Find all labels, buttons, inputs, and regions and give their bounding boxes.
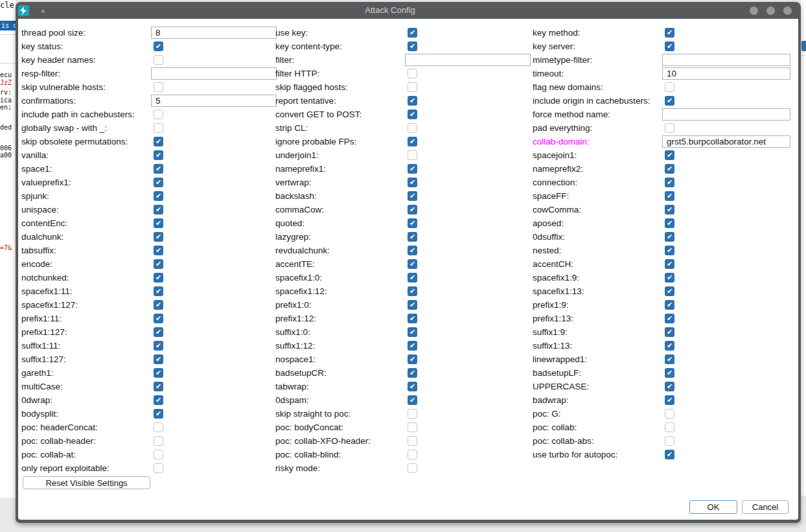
checkbox-only-report-exploitable[interactable] bbox=[154, 463, 163, 473]
checkbox-skip-vulnerable-hosts[interactable] bbox=[154, 82, 163, 92]
checkbox-poc-collab-header[interactable] bbox=[154, 436, 163, 446]
checkbox-gareth1[interactable] bbox=[154, 368, 163, 378]
checkbox-badsetupcr[interactable] bbox=[408, 368, 417, 378]
checkbox-prefix1-127[interactable] bbox=[154, 327, 163, 337]
checkbox-use-key[interactable] bbox=[408, 28, 417, 38]
input-collab-domain[interactable] bbox=[662, 135, 790, 148]
checkbox-key-server[interactable] bbox=[665, 41, 674, 51]
checkbox-encode[interactable] bbox=[154, 259, 163, 269]
maximize-button[interactable] bbox=[766, 6, 775, 15]
checkbox-strip-cl[interactable] bbox=[408, 123, 417, 133]
checkbox-spacefix1-13[interactable] bbox=[665, 286, 674, 296]
checkbox-commacow[interactable] bbox=[408, 205, 417, 214]
checkbox-accentte[interactable] bbox=[408, 259, 417, 269]
checkbox-risky-mode[interactable] bbox=[408, 463, 417, 473]
checkbox-include-path-in-cachebusters[interactable] bbox=[154, 110, 163, 119]
checkbox-suffix1-127[interactable] bbox=[154, 354, 163, 364]
checkbox-dualchunk[interactable] bbox=[154, 232, 163, 242]
checkbox-report-tentative[interactable] bbox=[408, 96, 417, 106]
checkbox-spjunk[interactable] bbox=[154, 191, 163, 201]
input-confirmations[interactable] bbox=[151, 95, 277, 107]
checkbox-nospace1[interactable] bbox=[408, 354, 417, 364]
checkbox-prefix1-9[interactable] bbox=[665, 300, 674, 310]
checkbox-bodysplit[interactable] bbox=[154, 409, 163, 419]
reset-visible-settings-button[interactable]: Reset Visible Settings bbox=[23, 476, 150, 489]
checkbox-skip-straight-to-poc[interactable] bbox=[408, 409, 417, 419]
checkbox-spacefix1-12[interactable] bbox=[408, 286, 417, 296]
checkbox-aposed[interactable] bbox=[665, 218, 674, 228]
input-resp-filter[interactable] bbox=[151, 67, 277, 80]
checkbox-spacefix1-11[interactable] bbox=[154, 286, 163, 296]
input-filter[interactable] bbox=[405, 54, 531, 66]
checkbox-convert-get-to-post[interactable] bbox=[408, 110, 417, 119]
titlebar[interactable]: Attack Config bbox=[16, 2, 801, 19]
checkbox-badwrap[interactable] bbox=[665, 395, 674, 405]
checkbox-suffix1-9[interactable] bbox=[665, 327, 674, 337]
checkbox-lazygrep[interactable] bbox=[408, 232, 417, 242]
checkbox-prefix1-11[interactable] bbox=[154, 314, 163, 323]
input-timeout[interactable] bbox=[662, 67, 790, 80]
checkbox-badsetuplf[interactable] bbox=[665, 368, 674, 378]
checkbox-linewrapped1[interactable] bbox=[665, 354, 674, 364]
checkbox-poc-headerconcat[interactable] bbox=[154, 422, 163, 432]
checkbox-include-origin-in-cachebusters[interactable] bbox=[665, 96, 674, 106]
checkbox-key-method[interactable] bbox=[665, 28, 674, 38]
minimize-button[interactable] bbox=[750, 6, 758, 15]
checkbox-globally-swap-with[interactable] bbox=[154, 123, 163, 133]
checkbox-prefix1-13[interactable] bbox=[665, 314, 674, 323]
checkbox-0dspam[interactable] bbox=[408, 395, 417, 405]
ok-button[interactable]: OK bbox=[689, 500, 737, 514]
checkbox-use-turbo-for-autopoc[interactable] bbox=[665, 450, 674, 459]
input-mimetype-filter[interactable] bbox=[662, 54, 790, 66]
checkbox-key-header-names[interactable] bbox=[154, 55, 163, 65]
checkbox-0dsuffix[interactable] bbox=[665, 232, 674, 242]
checkbox-notchunked[interactable] bbox=[154, 273, 163, 283]
checkbox-poc-collab-abs[interactable] bbox=[665, 436, 674, 446]
checkbox-0dwrap[interactable] bbox=[154, 395, 163, 405]
checkbox-spacefix1-0[interactable] bbox=[408, 273, 417, 283]
checkbox-quoted[interactable] bbox=[408, 218, 417, 228]
checkbox-ignore-probable-fps[interactable] bbox=[408, 137, 417, 146]
checkbox-nameprefix2[interactable] bbox=[665, 164, 674, 174]
checkbox-poc-collab-blind[interactable] bbox=[408, 450, 417, 459]
checkbox-vertwrap[interactable] bbox=[408, 178, 417, 187]
checkbox-contentenc[interactable] bbox=[154, 218, 163, 228]
checkbox-suffix1-0[interactable] bbox=[408, 327, 417, 337]
checkbox-key-content-type[interactable] bbox=[408, 41, 417, 51]
checkbox-nested[interactable] bbox=[665, 246, 674, 255]
checkbox-skip-flagged-hosts[interactable] bbox=[408, 82, 417, 92]
checkbox-suffix1-13[interactable] bbox=[665, 341, 674, 351]
checkbox-skip-obsolete-permutations[interactable] bbox=[154, 137, 163, 146]
checkbox-poc-collab[interactable] bbox=[665, 422, 674, 432]
checkbox-spacefix1-127[interactable] bbox=[154, 300, 163, 310]
checkbox-spacefix1-9[interactable] bbox=[665, 273, 674, 283]
input-force-method-name[interactable] bbox=[662, 108, 790, 121]
checkbox-prefix1-12[interactable] bbox=[408, 314, 417, 323]
checkbox-nameprefix1[interactable] bbox=[408, 164, 417, 174]
checkbox-poc-bodyconcat[interactable] bbox=[408, 422, 417, 432]
checkbox-flag-new-domains[interactable] bbox=[665, 82, 674, 92]
checkbox-space1[interactable] bbox=[154, 164, 163, 174]
checkbox-tabwrap[interactable] bbox=[408, 382, 417, 391]
checkbox-valueprefix1[interactable] bbox=[154, 178, 163, 187]
checkbox-connection[interactable] bbox=[665, 178, 674, 187]
checkbox-suffix1-12[interactable] bbox=[408, 341, 417, 351]
checkbox-unispace[interactable] bbox=[154, 205, 163, 214]
checkbox-poc-g[interactable] bbox=[665, 409, 674, 419]
checkbox-poc-collab-at[interactable] bbox=[154, 450, 163, 459]
checkbox-revdualchunk[interactable] bbox=[408, 246, 417, 255]
checkbox-key-status[interactable] bbox=[154, 41, 163, 51]
checkbox-tabsuffix[interactable] bbox=[154, 246, 163, 255]
checkbox-pad-everything[interactable] bbox=[665, 123, 674, 133]
checkbox-backslash[interactable] bbox=[408, 191, 417, 201]
checkbox-filter-http[interactable] bbox=[408, 69, 417, 78]
checkbox-cowcomma[interactable] bbox=[665, 205, 674, 214]
close-button[interactable] bbox=[783, 6, 792, 15]
checkbox-spacejoin1[interactable] bbox=[665, 150, 674, 160]
checkbox-uppercase[interactable] bbox=[665, 382, 674, 391]
checkbox-spaceff[interactable] bbox=[665, 191, 674, 201]
checkbox-poc-collab-xfo-header[interactable] bbox=[408, 436, 417, 446]
checkbox-multicase[interactable] bbox=[154, 382, 163, 391]
checkbox-accentch[interactable] bbox=[665, 259, 674, 269]
checkbox-vanilla[interactable] bbox=[154, 150, 163, 160]
